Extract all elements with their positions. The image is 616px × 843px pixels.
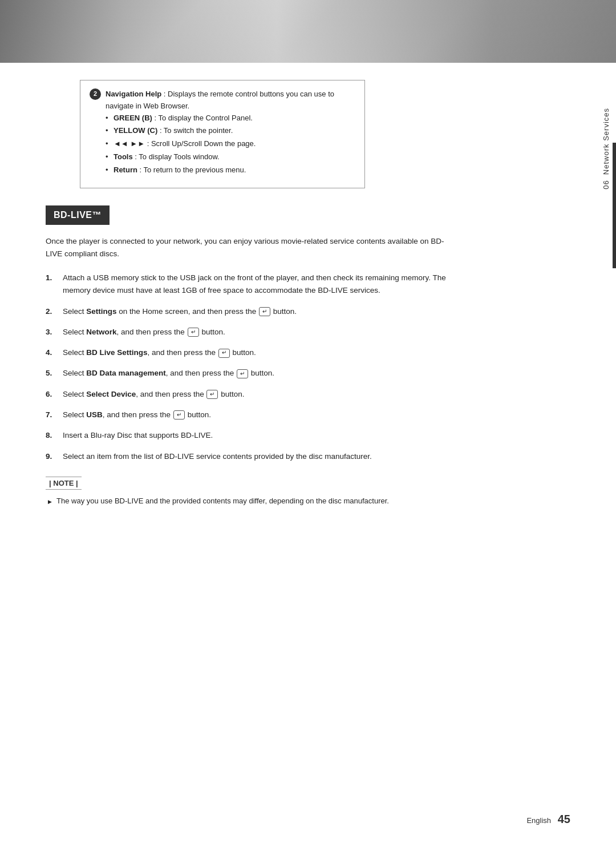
step-6-content: Select Select Device, and then press the… xyxy=(63,388,456,401)
step-8: 8. Insert a Blu-ray Disc that supports B… xyxy=(46,429,456,442)
step-4-content: Select BD Live Settings, and then press … xyxy=(63,346,456,359)
step-8-content: Insert a Blu-ray Disc that supports BD-L… xyxy=(63,429,456,442)
step-9: 9. Select an item from the list of BD-LI… xyxy=(46,450,456,463)
chapter-sidebar: 06 Network Services xyxy=(595,63,616,234)
step-5: 5. Select BD Data management, and then p… xyxy=(46,367,456,380)
step-3-num: 3. xyxy=(46,326,63,338)
step-1-num: 1. xyxy=(46,272,63,284)
chapter-label: 06 Network Services xyxy=(602,108,610,189)
enter-button-icon-4 xyxy=(218,349,230,358)
step-7-content: Select USB, and then press the button. xyxy=(63,409,456,421)
step-4-num: 4. xyxy=(46,346,63,359)
footer-english-label: English xyxy=(526,816,551,825)
step-6-num: 6. xyxy=(46,388,63,401)
nav-help-bullet-return: Return : To return to the previous menu. xyxy=(106,164,355,176)
bd-live-intro: Once the player is connected to your net… xyxy=(46,235,456,261)
nav-help-bullets: GREEN (B) : To display the Control Panel… xyxy=(106,112,355,176)
enter-button-icon-5 xyxy=(237,369,248,378)
note-items: The way you use BD-LIVE and the provided… xyxy=(46,495,456,507)
enter-button-icon-7 xyxy=(173,410,185,420)
step-9-num: 9. xyxy=(46,450,63,463)
step-9-content: Select an item from the list of BD-LIVE … xyxy=(63,450,456,463)
step-2-num: 2. xyxy=(46,305,63,318)
bd-live-steps: 1. Attach a USB memory stick to the USB … xyxy=(46,272,456,463)
header-banner xyxy=(0,0,616,63)
sidebar-bar xyxy=(613,143,616,268)
main-content: 2 Navigation Help : Displays the remote … xyxy=(0,63,593,542)
step-5-content: Select BD Data management, and then pres… xyxy=(63,367,456,380)
note-section: | NOTE | The way you use BD-LIVE and the… xyxy=(46,477,456,507)
nav-help-bullet-scroll: ◄◄ ►► : Scroll Up/Scroll Down the page. xyxy=(106,138,355,150)
step-circle-2: 2 xyxy=(90,88,101,100)
page-number: 45 xyxy=(558,813,570,825)
nav-help-bullet-yellow: YELLOW (C) : To switch the pointer. xyxy=(106,125,355,137)
nav-help-bullet-tools: Tools : To display Tools window. xyxy=(106,151,355,163)
enter-button-icon-2 xyxy=(259,307,270,316)
nav-help-row: 2 Navigation Help : Displays the remote … xyxy=(90,88,355,178)
step-6: 6. Select Select Device, and then press … xyxy=(46,388,456,401)
step-2: 2. Select Settings on the Home screen, a… xyxy=(46,305,456,318)
step-7: 7. Select USB, and then press the button… xyxy=(46,409,456,421)
step-5-num: 5. xyxy=(46,367,63,380)
step-4: 4. Select BD Live Settings, and then pre… xyxy=(46,346,456,359)
bd-live-heading: BD-LIVE™ xyxy=(46,205,110,225)
note-label: | NOTE | xyxy=(46,477,82,490)
step-3-content: Select Network, and then press the butto… xyxy=(63,326,456,338)
page-footer: English 45 xyxy=(526,813,570,826)
note-item-1: The way you use BD-LIVE and the provided… xyxy=(46,495,456,507)
enter-button-icon-3 xyxy=(188,328,199,337)
step-1: 1. Attach a USB memory stick to the USB … xyxy=(46,272,456,297)
step-8-num: 8. xyxy=(46,429,63,442)
step-3: 3. Select Network, and then press the bu… xyxy=(46,326,456,338)
step-2-content: Select Settings on the Home screen, and … xyxy=(63,305,456,318)
nav-help-bullet-green: GREEN (B) : To display the Control Panel… xyxy=(106,112,355,124)
step-7-num: 7. xyxy=(46,409,63,421)
nav-help-content: Navigation Help : Displays the remote co… xyxy=(106,88,355,178)
step-1-content: Attach a USB memory stick to the USB jac… xyxy=(63,272,456,297)
nav-help-title: Navigation Help : Displays the remote co… xyxy=(106,88,355,112)
nav-help-box: 2 Navigation Help : Displays the remote … xyxy=(80,80,365,188)
enter-button-icon-6 xyxy=(206,390,218,399)
